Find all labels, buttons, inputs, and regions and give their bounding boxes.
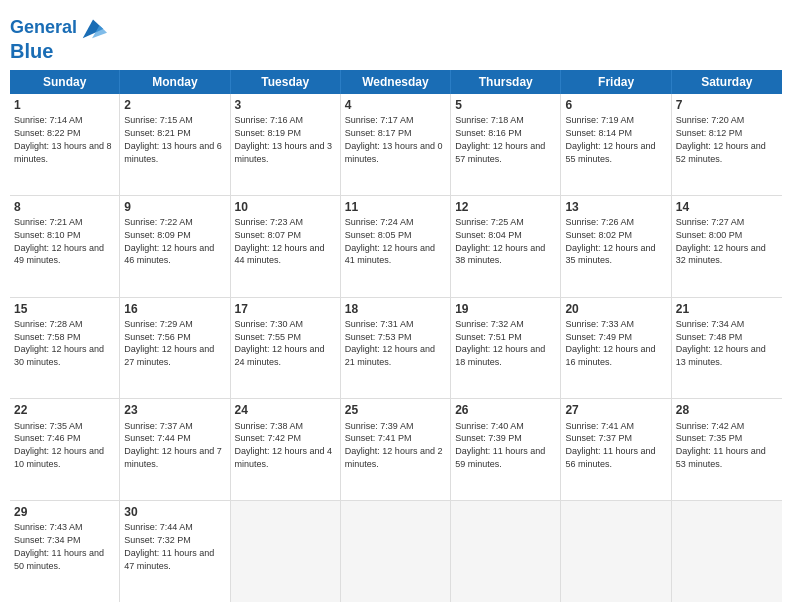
calendar-cell: 18Sunrise: 7:31 AM Sunset: 7:53 PM Dayli… (341, 298, 451, 399)
day-number: 3 (235, 97, 336, 113)
cell-info: Sunrise: 7:35 AM Sunset: 7:46 PM Dayligh… (14, 421, 104, 469)
calendar-cell: 22Sunrise: 7:35 AM Sunset: 7:46 PM Dayli… (10, 399, 120, 500)
calendar-cell: 8Sunrise: 7:21 AM Sunset: 8:10 PM Daylig… (10, 196, 120, 297)
calendar-header-cell: Saturday (672, 70, 782, 94)
calendar: SundayMondayTuesdayWednesdayThursdayFrid… (10, 70, 782, 602)
day-number: 9 (124, 199, 225, 215)
calendar-cell: 15Sunrise: 7:28 AM Sunset: 7:58 PM Dayli… (10, 298, 120, 399)
cell-info: Sunrise: 7:17 AM Sunset: 8:17 PM Dayligh… (345, 115, 443, 163)
calendar-cell (451, 501, 561, 602)
day-number: 4 (345, 97, 446, 113)
calendar-cell (561, 501, 671, 602)
cell-info: Sunrise: 7:41 AM Sunset: 7:37 PM Dayligh… (565, 421, 655, 469)
day-number: 19 (455, 301, 556, 317)
day-number: 14 (676, 199, 778, 215)
calendar-cell: 28Sunrise: 7:42 AM Sunset: 7:35 PM Dayli… (672, 399, 782, 500)
cell-info: Sunrise: 7:21 AM Sunset: 8:10 PM Dayligh… (14, 217, 104, 265)
calendar-cell: 23Sunrise: 7:37 AM Sunset: 7:44 PM Dayli… (120, 399, 230, 500)
cell-info: Sunrise: 7:16 AM Sunset: 8:19 PM Dayligh… (235, 115, 333, 163)
cell-info: Sunrise: 7:18 AM Sunset: 8:16 PM Dayligh… (455, 115, 545, 163)
day-number: 10 (235, 199, 336, 215)
calendar-row: 8Sunrise: 7:21 AM Sunset: 8:10 PM Daylig… (10, 196, 782, 298)
cell-info: Sunrise: 7:28 AM Sunset: 7:58 PM Dayligh… (14, 319, 104, 367)
calendar-cell (341, 501, 451, 602)
day-number: 7 (676, 97, 778, 113)
cell-info: Sunrise: 7:42 AM Sunset: 7:35 PM Dayligh… (676, 421, 766, 469)
cell-info: Sunrise: 7:32 AM Sunset: 7:51 PM Dayligh… (455, 319, 545, 367)
calendar-row: 29Sunrise: 7:43 AM Sunset: 7:34 PM Dayli… (10, 501, 782, 602)
day-number: 21 (676, 301, 778, 317)
day-number: 5 (455, 97, 556, 113)
calendar-cell: 20Sunrise: 7:33 AM Sunset: 7:49 PM Dayli… (561, 298, 671, 399)
calendar-cell: 16Sunrise: 7:29 AM Sunset: 7:56 PM Dayli… (120, 298, 230, 399)
calendar-cell: 10Sunrise: 7:23 AM Sunset: 8:07 PM Dayli… (231, 196, 341, 297)
logo-text-line1: General (10, 18, 77, 38)
day-number: 11 (345, 199, 446, 215)
day-number: 25 (345, 402, 446, 418)
calendar-cell: 11Sunrise: 7:24 AM Sunset: 8:05 PM Dayli… (341, 196, 451, 297)
page: General Blue SundayMondayTuesdayWednesda… (0, 0, 792, 612)
day-number: 8 (14, 199, 115, 215)
calendar-body: 1Sunrise: 7:14 AM Sunset: 8:22 PM Daylig… (10, 94, 782, 602)
calendar-cell: 9Sunrise: 7:22 AM Sunset: 8:09 PM Daylig… (120, 196, 230, 297)
day-number: 22 (14, 402, 115, 418)
day-number: 17 (235, 301, 336, 317)
cell-info: Sunrise: 7:29 AM Sunset: 7:56 PM Dayligh… (124, 319, 214, 367)
cell-info: Sunrise: 7:22 AM Sunset: 8:09 PM Dayligh… (124, 217, 214, 265)
calendar-cell: 30Sunrise: 7:44 AM Sunset: 7:32 PM Dayli… (120, 501, 230, 602)
calendar-header-cell: Friday (561, 70, 671, 94)
calendar-cell: 12Sunrise: 7:25 AM Sunset: 8:04 PM Dayli… (451, 196, 561, 297)
calendar-header-cell: Wednesday (341, 70, 451, 94)
cell-info: Sunrise: 7:37 AM Sunset: 7:44 PM Dayligh… (124, 421, 222, 469)
day-number: 18 (345, 301, 446, 317)
cell-info: Sunrise: 7:39 AM Sunset: 7:41 PM Dayligh… (345, 421, 443, 469)
cell-info: Sunrise: 7:40 AM Sunset: 7:39 PM Dayligh… (455, 421, 545, 469)
cell-info: Sunrise: 7:27 AM Sunset: 8:00 PM Dayligh… (676, 217, 766, 265)
cell-info: Sunrise: 7:34 AM Sunset: 7:48 PM Dayligh… (676, 319, 766, 367)
calendar-cell: 6Sunrise: 7:19 AM Sunset: 8:14 PM Daylig… (561, 94, 671, 195)
day-number: 29 (14, 504, 115, 520)
day-number: 28 (676, 402, 778, 418)
calendar-cell: 13Sunrise: 7:26 AM Sunset: 8:02 PM Dayli… (561, 196, 671, 297)
calendar-cell: 17Sunrise: 7:30 AM Sunset: 7:55 PM Dayli… (231, 298, 341, 399)
day-number: 6 (565, 97, 666, 113)
calendar-header-cell: Tuesday (231, 70, 341, 94)
calendar-cell: 24Sunrise: 7:38 AM Sunset: 7:42 PM Dayli… (231, 399, 341, 500)
cell-info: Sunrise: 7:25 AM Sunset: 8:04 PM Dayligh… (455, 217, 545, 265)
day-number: 27 (565, 402, 666, 418)
day-number: 2 (124, 97, 225, 113)
calendar-header-cell: Thursday (451, 70, 561, 94)
day-number: 26 (455, 402, 556, 418)
calendar-header-cell: Sunday (10, 70, 120, 94)
calendar-cell: 2Sunrise: 7:15 AM Sunset: 8:21 PM Daylig… (120, 94, 230, 195)
logo-icon (79, 14, 107, 42)
cell-info: Sunrise: 7:31 AM Sunset: 7:53 PM Dayligh… (345, 319, 435, 367)
calendar-row: 22Sunrise: 7:35 AM Sunset: 7:46 PM Dayli… (10, 399, 782, 501)
day-number: 20 (565, 301, 666, 317)
day-number: 30 (124, 504, 225, 520)
calendar-row: 1Sunrise: 7:14 AM Sunset: 8:22 PM Daylig… (10, 94, 782, 196)
calendar-cell: 4Sunrise: 7:17 AM Sunset: 8:17 PM Daylig… (341, 94, 451, 195)
calendar-header: SundayMondayTuesdayWednesdayThursdayFrid… (10, 70, 782, 94)
cell-info: Sunrise: 7:43 AM Sunset: 7:34 PM Dayligh… (14, 522, 104, 570)
cell-info: Sunrise: 7:14 AM Sunset: 8:22 PM Dayligh… (14, 115, 112, 163)
calendar-cell: 5Sunrise: 7:18 AM Sunset: 8:16 PM Daylig… (451, 94, 561, 195)
calendar-cell: 29Sunrise: 7:43 AM Sunset: 7:34 PM Dayli… (10, 501, 120, 602)
cell-info: Sunrise: 7:24 AM Sunset: 8:05 PM Dayligh… (345, 217, 435, 265)
calendar-cell: 3Sunrise: 7:16 AM Sunset: 8:19 PM Daylig… (231, 94, 341, 195)
day-number: 23 (124, 402, 225, 418)
logo: General Blue (10, 14, 107, 62)
cell-info: Sunrise: 7:33 AM Sunset: 7:49 PM Dayligh… (565, 319, 655, 367)
cell-info: Sunrise: 7:30 AM Sunset: 7:55 PM Dayligh… (235, 319, 325, 367)
logo-text-line2: Blue (10, 40, 53, 62)
calendar-cell: 26Sunrise: 7:40 AM Sunset: 7:39 PM Dayli… (451, 399, 561, 500)
calendar-cell (672, 501, 782, 602)
calendar-header-cell: Monday (120, 70, 230, 94)
calendar-cell: 27Sunrise: 7:41 AM Sunset: 7:37 PM Dayli… (561, 399, 671, 500)
day-number: 15 (14, 301, 115, 317)
calendar-cell: 7Sunrise: 7:20 AM Sunset: 8:12 PM Daylig… (672, 94, 782, 195)
day-number: 1 (14, 97, 115, 113)
calendar-row: 15Sunrise: 7:28 AM Sunset: 7:58 PM Dayli… (10, 298, 782, 400)
cell-info: Sunrise: 7:20 AM Sunset: 8:12 PM Dayligh… (676, 115, 766, 163)
day-number: 16 (124, 301, 225, 317)
